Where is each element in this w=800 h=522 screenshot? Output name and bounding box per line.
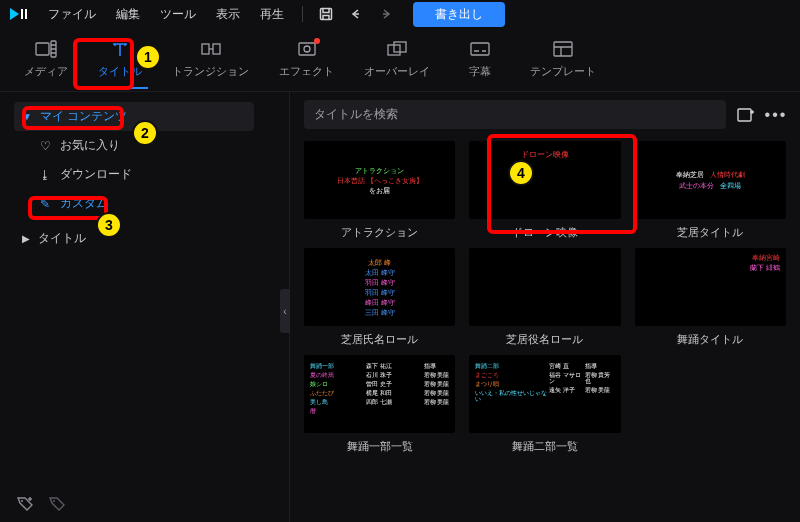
svg-rect-1 — [25, 9, 27, 19]
thumb-line: 羽田 峰守 — [365, 279, 395, 286]
card-label: 芝居役名ロール — [469, 332, 620, 347]
thumb-line: 太田 峰守 — [365, 269, 395, 276]
tab-title[interactable]: タイトル — [92, 34, 148, 89]
search-input[interactable]: タイトルを検索 — [304, 100, 726, 129]
sidebar-item-custom[interactable]: ✎ カスタム — [30, 189, 116, 218]
thumb-line: 夏の終焉 — [310, 372, 334, 378]
thumb-line: 蘭下 緋鶴 — [750, 264, 780, 271]
app-logo — [8, 6, 30, 22]
tab-effect[interactable]: エフェクト — [273, 34, 340, 89]
card-shibai-roles[interactable]: 芝居役名ロール — [469, 248, 620, 347]
svg-point-13 — [21, 500, 23, 502]
thumb-line: 暦 — [310, 408, 334, 414]
thumb-line: 美し島 — [310, 399, 334, 405]
title-icon — [109, 38, 131, 60]
chevron-down-icon: ▼ — [22, 111, 32, 122]
tab-template[interactable]: テンプレート — [524, 34, 602, 89]
sidebar-item-label: カスタム — [60, 195, 108, 212]
card-buyou-title[interactable]: 奉納宮崎 蘭下 緋鶴 舞踊タイトル — [635, 248, 786, 347]
undo-icon[interactable] — [347, 5, 365, 23]
thumbnail: 舞踊二部 まごころ まつり唄 いいえ・私の性せいじゃない 宮崎 直 福谷 マサロ… — [469, 355, 620, 433]
thumb-line: まつり唄 — [475, 381, 549, 387]
thumb-line: ドローン映像 — [521, 151, 569, 159]
tab-label: オーバーレイ — [364, 64, 430, 79]
svg-point-14 — [53, 500, 55, 502]
sidebar-bottom-icons — [0, 484, 289, 522]
thumb-line: 四郎 七瀬 — [366, 399, 392, 405]
overlay-icon — [386, 38, 408, 60]
template-icon — [552, 38, 574, 60]
tab-label: テンプレート — [530, 64, 596, 79]
card-label: ドローン映像 — [469, 225, 620, 240]
card-label: アトラクション — [304, 225, 455, 240]
tag-add-icon[interactable] — [16, 494, 34, 516]
card-attraction[interactable]: アトラクション 日本昔話 【へっこき女房】 をお届 アトラクション — [304, 141, 455, 240]
tab-subtitle[interactable]: 字幕 — [454, 34, 506, 89]
subtitle-icon — [469, 38, 491, 60]
card-shibai-names[interactable]: 太郎 峰 太田 峰守 羽田 峰守 羽田 峰守 峰田 峰守 三田 峰守 芝居氏名ロ… — [304, 248, 455, 347]
transition-icon — [200, 38, 222, 60]
svg-point-8 — [304, 46, 310, 52]
thumb-line: 奉納芝居 — [676, 171, 704, 178]
sidebar-item-label: ダウンロード — [60, 166, 132, 183]
thumbnail: 太郎 峰 太田 峰守 羽田 峰守 羽田 峰守 峰田 峰守 三田 峰守 — [304, 248, 455, 326]
thumb-line: をお届 — [369, 187, 390, 194]
tab-label: メディア — [24, 64, 68, 79]
sidebar-item-titles[interactable]: ▶ タイトル — [14, 224, 94, 253]
card-buyou-list-1[interactable]: 舞踊一部 夏の終焉 娘シロ ふたたび 美し島 暦 森下 祐江 石川 珠子 曽田 … — [304, 355, 455, 454]
pencil-icon: ✎ — [38, 197, 52, 211]
sidebar-header-my-content[interactable]: ▼ マイ コンテンツ — [14, 102, 254, 131]
redo-icon[interactable] — [377, 5, 395, 23]
save-icon[interactable] — [317, 5, 335, 23]
tab-overlay[interactable]: オーバーレイ — [358, 34, 436, 89]
card-label: 舞踊一部一覧 — [304, 439, 455, 454]
thumbnail: アトラクション 日本昔話 【へっこき女房】 をお届 — [304, 141, 455, 219]
thumb-line: 若柳 美龍 — [585, 387, 615, 393]
menu-view[interactable]: 表示 — [208, 0, 248, 28]
thumb-line: 人情時代劇 — [710, 171, 745, 178]
tab-label: エフェクト — [279, 64, 334, 79]
svg-rect-3 — [36, 43, 49, 55]
more-icon[interactable]: ••• — [766, 105, 786, 125]
thumb-line: 曽田 史子 — [366, 381, 392, 387]
menu-tools[interactable]: ツール — [152, 0, 204, 28]
ribbon: メディア タイトル トランジション エフェクト — [0, 28, 800, 92]
thumbnail — [469, 248, 620, 326]
card-drone[interactable]: ドローン映像 ドローン映像 — [469, 141, 620, 240]
thumb-line: 若柳 美龍 — [424, 381, 450, 387]
add-title-icon[interactable] — [736, 105, 756, 125]
tab-media[interactable]: メディア — [18, 34, 74, 89]
thumb-line: 森下 祐江 — [366, 363, 392, 369]
thumb-line: 指導 — [585, 363, 615, 369]
svg-rect-2 — [321, 9, 332, 20]
svg-rect-15 — [738, 109, 751, 121]
card-buyou-list-2[interactable]: 舞踊二部 まごころ まつり唄 いいえ・私の性せいじゃない 宮崎 直 福谷 マサロ… — [469, 355, 620, 454]
chevron-right-icon: ▶ — [22, 233, 30, 244]
tag-icon[interactable] — [48, 494, 66, 516]
menu-file[interactable]: ファイル — [40, 0, 104, 28]
menu-play[interactable]: 再生 — [252, 0, 292, 28]
thumbnail: 奉納芝居 人情時代劇 武士の本分 全四場 — [635, 141, 786, 219]
sidebar-item-favorites[interactable]: ♡ お気に入り — [30, 131, 128, 160]
svg-rect-6 — [213, 44, 220, 54]
thumb-line: 日本昔話 【へっこき女房】 — [337, 177, 423, 184]
card-label: 芝居タイトル — [635, 225, 786, 240]
thumb-line: 峰田 峰守 — [365, 299, 395, 306]
sidebar-item-label: タイトル — [38, 230, 86, 247]
thumb-line: 娘シロ — [310, 381, 334, 387]
export-button[interactable]: 書き出し — [413, 2, 505, 27]
thumb-line: 奉納宮崎 — [752, 254, 780, 261]
sidebar-item-download[interactable]: ⭳ ダウンロード — [30, 160, 140, 189]
thumb-line: 舞踊一部 — [310, 363, 334, 369]
thumb-line: 三田 峰守 — [365, 309, 395, 316]
thumb-line: まごころ — [475, 372, 549, 378]
menu-edit[interactable]: 編集 — [108, 0, 148, 28]
sidebar-collapse-handle[interactable]: ‹ — [280, 289, 290, 333]
svg-rect-7 — [299, 43, 315, 55]
card-shibai-title[interactable]: 奉納芝居 人情時代劇 武士の本分 全四場 芝居タイトル — [635, 141, 786, 240]
thumb-line: 舞踊二部 — [475, 363, 549, 369]
thumb-line: 太郎 峰 — [368, 259, 391, 266]
tab-transition[interactable]: トランジション — [166, 34, 255, 89]
thumb-line: 横尾 和田 — [366, 390, 392, 396]
card-label: 芝居氏名ロール — [304, 332, 455, 347]
